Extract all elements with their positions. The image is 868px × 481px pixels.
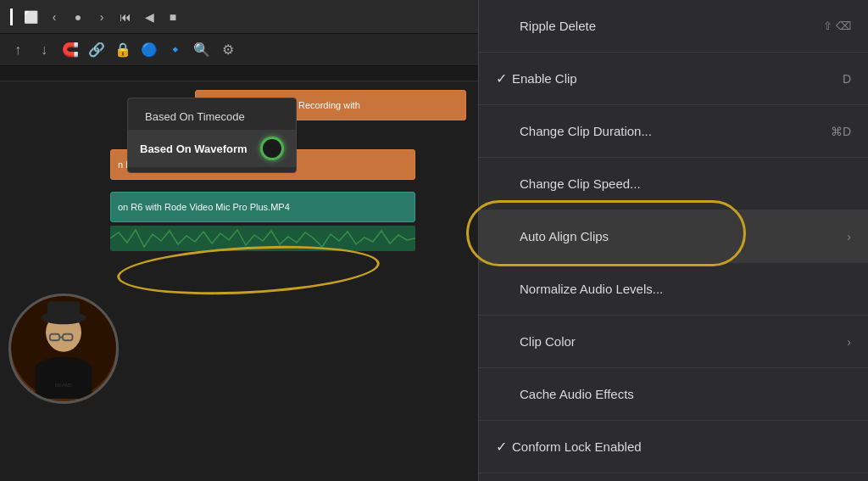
- stop-icon[interactable]: ■: [164, 8, 182, 26]
- align-submenu: Based On Timecode Based On Waveform: [127, 98, 297, 173]
- timeline-area: ⬜ ‹ ● › ⏮ ◀ ■ ↑ ↓ 🧲 🔗 🔒 🔵 🔹 🔍 ⚙ 🔗 A-Roll…: [0, 0, 483, 481]
- menu-item-change-speed[interactable]: Change Clip Speed...: [479, 158, 868, 210]
- cmd-d-shortcut: ⌘D: [831, 125, 851, 138]
- enable-clip-check: ✓: [496, 70, 507, 87]
- menu-item-enable-clip[interactable]: ✓ Enable Clip D: [479, 53, 868, 105]
- clip-r6-2-label: on R6 with Rode Video Mic Pro Plus.MP4: [118, 202, 290, 212]
- align-timecode[interactable]: Based On Timecode: [128, 103, 296, 130]
- delete-icon: ⌫: [836, 20, 851, 32]
- menu-item-cache-audio[interactable]: Cache Audio Effects: [479, 368, 868, 421]
- prev-keyframe-icon[interactable]: ‹: [45, 8, 64, 26]
- waveform-track: [110, 226, 415, 251]
- playhead-indicator: [10, 8, 13, 25]
- conform-lock-check: ✓: [496, 439, 507, 455]
- align-waveform[interactable]: Based On Waveform: [128, 130, 296, 167]
- waveform-selected-indicator: [260, 137, 284, 160]
- svg-text:BRAND: BRAND: [55, 383, 72, 388]
- lock-icon[interactable]: 🔒: [112, 39, 134, 61]
- menu-item-change-duration[interactable]: Change Clip Duration... ⌘D: [479, 105, 868, 158]
- play-back-icon[interactable]: ◀: [140, 8, 159, 26]
- settings-icon[interactable]: ⚙: [217, 39, 239, 61]
- context-menu: Ripple Delete ⇧ ⌫ ✓ Enable Clip D Change…: [478, 0, 868, 481]
- timeline-ruler: [0, 66, 483, 81]
- link-icon[interactable]: 🔗: [86, 39, 108, 61]
- menu-item-conform-lock[interactable]: ✓ Conform Lock Enabled: [479, 421, 868, 473]
- shift-icon: ⇧: [823, 20, 832, 32]
- magnetic-icon[interactable]: 🧲: [59, 39, 81, 61]
- secondary-toolbar: ↑ ↓ 🧲 🔗 🔒 🔵 🔹 🔍 ⚙: [0, 34, 483, 66]
- menu-item-normalize-audio[interactable]: Normalize Audio Levels...: [479, 263, 868, 316]
- track-down-icon[interactable]: ↓: [33, 39, 55, 61]
- go-start-icon[interactable]: ⏮: [116, 8, 135, 26]
- menu-item-ripple-delete[interactable]: Ripple Delete ⇧ ⌫: [479, 0, 868, 53]
- next-keyframe-icon[interactable]: ›: [92, 8, 111, 26]
- track-up-icon[interactable]: ↑: [7, 39, 29, 61]
- auto-align-arrow: ›: [847, 230, 851, 243]
- marker-blue-icon[interactable]: 🔵: [138, 39, 160, 61]
- clip-r6-2[interactable]: on R6 with Rode Video Mic Pro Plus.MP4: [110, 192, 415, 222]
- avatar: BRAND: [8, 294, 119, 404]
- menu-item-clip-color[interactable]: Clip Color ›: [479, 316, 868, 368]
- zoom-icon[interactable]: 🔍: [191, 39, 213, 61]
- top-toolbar: ⬜ ‹ ● › ⏮ ◀ ■: [0, 0, 483, 34]
- svg-rect-3: [47, 302, 80, 320]
- frame-select-icon[interactable]: ⬜: [21, 8, 40, 26]
- menu-item-auto-align[interactable]: Auto Align Clips ›: [479, 210, 868, 263]
- menu-item-conform-media-pool[interactable]: Conform Lock with Media Pool Clip: [479, 473, 868, 481]
- clip-color-arrow: ›: [847, 335, 851, 349]
- keyframe-icon[interactable]: ●: [69, 8, 87, 26]
- marker-icon[interactable]: 🔹: [164, 39, 186, 61]
